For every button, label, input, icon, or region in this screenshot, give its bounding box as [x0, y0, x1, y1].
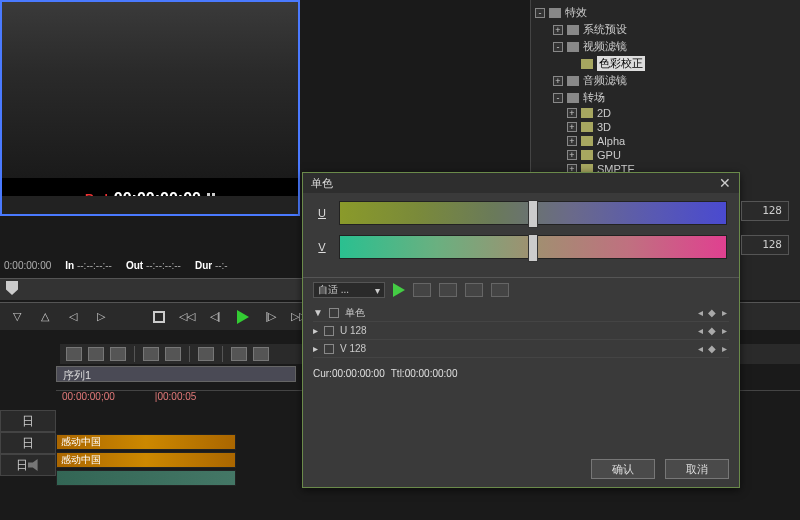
cursor-timecode: Cur:00:00:00:00 Ttl:00:00:00:00	[303, 364, 739, 383]
fit-dropdown[interactable]: 自适 ...▾	[313, 282, 385, 298]
v-thumb[interactable]	[528, 234, 538, 262]
v-label: V	[315, 241, 329, 253]
kf-label: V 128	[340, 343, 366, 354]
kf-btn-2[interactable]	[439, 283, 457, 297]
fx-item[interactable]: 色彩校正	[535, 55, 796, 72]
fx-icon	[581, 59, 593, 69]
v-slider[interactable]	[339, 235, 727, 259]
expand-icon[interactable]: +	[553, 76, 563, 86]
cancel-button[interactable]: 取消	[665, 459, 729, 479]
step-fwd-button[interactable]: |▷	[262, 309, 280, 325]
tc-start: 0:00:00:00	[4, 260, 51, 276]
stop-button[interactable]	[150, 309, 168, 325]
fx-label: 2D	[597, 107, 611, 119]
preview-ruler[interactable]	[2, 196, 298, 214]
u-slider[interactable]	[339, 201, 727, 225]
fx-label: 系统预设	[583, 22, 627, 37]
tool-4[interactable]	[143, 347, 159, 361]
mark-out-button[interactable]: △	[36, 309, 54, 325]
fx-label: Alpha	[597, 135, 625, 147]
folder-icon	[567, 25, 579, 35]
speaker-icon[interactable]	[28, 459, 40, 471]
track-headers: 日 日 日	[0, 410, 56, 476]
expand-icon[interactable]: -	[553, 93, 563, 103]
video-clip-2[interactable]: 感动中国	[56, 452, 236, 468]
fx-icon	[581, 108, 593, 118]
fx-root[interactable]: - 特效	[535, 4, 796, 21]
ok-button[interactable]: 确认	[591, 459, 655, 479]
expand-icon[interactable]: +	[567, 150, 577, 160]
kf-loop-button[interactable]	[413, 283, 431, 297]
kf-label: 单色	[345, 306, 365, 320]
keyframe-tree: ▼单色 ◂◆▸▸U 128◂◆▸▸V 128◂◆▸	[303, 302, 739, 364]
kf-row[interactable]: ▼单色 ◂◆▸	[313, 304, 729, 322]
save-tool[interactable]	[198, 347, 214, 361]
u-thumb[interactable]	[528, 200, 538, 228]
fx-item[interactable]: +Alpha	[535, 134, 796, 148]
fx-label: 3D	[597, 121, 611, 133]
fx-label: 转场	[583, 90, 605, 105]
track-header-a1[interactable]: 日	[0, 454, 56, 476]
playhead[interactable]	[6, 281, 18, 295]
prev-button[interactable]: ◁	[64, 309, 82, 325]
sequence-tab[interactable]: 序列1	[56, 366, 296, 382]
video-clip-1[interactable]: 感动中国	[56, 434, 236, 450]
track-header-v2[interactable]: 日	[0, 432, 56, 454]
fx-item[interactable]: -视频滤镜	[535, 38, 796, 55]
fx-item[interactable]: +2D	[535, 106, 796, 120]
folder-icon	[567, 42, 579, 52]
dialog-titlebar[interactable]: 单色 ✕	[303, 173, 739, 193]
tool-1[interactable]	[66, 347, 82, 361]
expand-icon[interactable]: +	[567, 136, 577, 146]
fx-item[interactable]: +3D	[535, 120, 796, 134]
fx-label: 视频滤镜	[583, 39, 627, 54]
kf-label: U 128	[340, 325, 367, 336]
timecode-bar: 0:00:00:00 In --:--:--:-- Out --:--:--:-…	[0, 260, 300, 276]
folder-icon	[567, 76, 579, 86]
dialog-title: 单色	[311, 176, 333, 191]
preview-monitor: Rcd 00:00:00:00	[0, 0, 300, 216]
cut-tool[interactable]	[231, 347, 247, 361]
fx-label: GPU	[597, 149, 621, 161]
fx-item[interactable]: +系统预设	[535, 21, 796, 38]
u-label: U	[315, 207, 329, 219]
step-back-button[interactable]: ◁|	[206, 309, 224, 325]
kf-graph-button[interactable]	[491, 283, 509, 297]
expand-icon[interactable]: -	[553, 42, 563, 52]
kf-row[interactable]: ▸V 128◂◆▸	[313, 340, 729, 358]
u-value[interactable]: 128	[741, 201, 789, 221]
expand-icon[interactable]: +	[553, 25, 563, 35]
kf-btn-3[interactable]	[465, 283, 483, 297]
keyframe-toolbar: 自适 ...▾	[303, 277, 739, 302]
v-value[interactable]: 128	[741, 235, 789, 255]
audio-clip-1[interactable]	[56, 470, 236, 486]
play-button[interactable]	[234, 309, 252, 325]
track-header-v1[interactable]: 日	[0, 410, 56, 432]
fx-label: 音频滤镜	[583, 73, 627, 88]
next-button[interactable]: ▷	[92, 309, 110, 325]
monochrome-dialog: 单色 ✕ U 128 V 128 自适 ...▾ |00:00:00:00 |0…	[302, 172, 740, 488]
chevron-down-icon: ▾	[375, 285, 380, 296]
fx-item[interactable]: -转场	[535, 89, 796, 106]
rewind-button[interactable]: ◁◁	[178, 309, 196, 325]
close-icon[interactable]: ✕	[719, 175, 731, 191]
fx-item[interactable]: +GPU	[535, 148, 796, 162]
checkbox[interactable]	[329, 308, 339, 318]
expand-icon[interactable]: +	[567, 122, 577, 132]
kf-row[interactable]: ▸U 128◂◆▸	[313, 322, 729, 340]
checkbox[interactable]	[324, 344, 334, 354]
mark-in-button[interactable]: ▽	[8, 309, 26, 325]
tool-2[interactable]	[88, 347, 104, 361]
folder-icon	[549, 8, 561, 18]
tool-3[interactable]	[110, 347, 126, 361]
expand-icon[interactable]: +	[567, 108, 577, 118]
kf-play-button[interactable]	[393, 283, 405, 297]
collapse-icon[interactable]: -	[535, 8, 545, 18]
tool-5[interactable]	[165, 347, 181, 361]
fx-icon	[581, 150, 593, 160]
scissors-tool[interactable]	[253, 347, 269, 361]
fx-item[interactable]: +音频滤镜	[535, 72, 796, 89]
fx-icon	[581, 136, 593, 146]
preview-video	[2, 2, 298, 178]
checkbox[interactable]	[324, 326, 334, 336]
